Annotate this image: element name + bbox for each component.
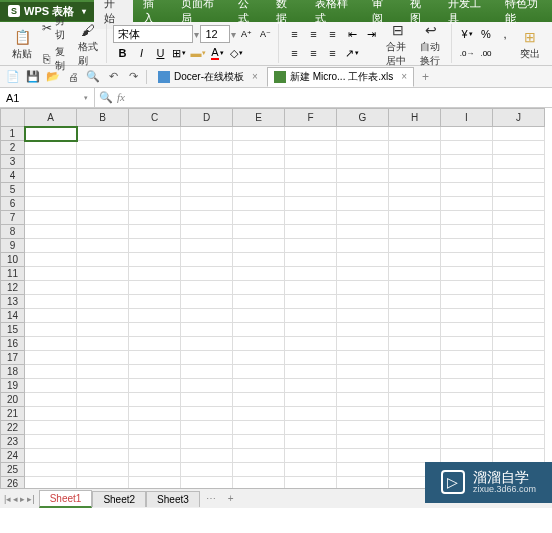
cell[interactable]	[25, 183, 77, 197]
cell[interactable]	[389, 225, 441, 239]
column-header[interactable]: I	[441, 109, 493, 127]
cell[interactable]	[129, 211, 181, 225]
cell[interactable]	[337, 239, 389, 253]
row-header[interactable]: 9	[1, 239, 25, 253]
cell[interactable]	[77, 169, 129, 183]
cell[interactable]	[389, 295, 441, 309]
cell[interactable]	[337, 225, 389, 239]
cell[interactable]	[25, 379, 77, 393]
row-header[interactable]: 24	[1, 449, 25, 463]
cell[interactable]	[233, 351, 285, 365]
cell[interactable]	[129, 239, 181, 253]
column-header[interactable]: D	[181, 109, 233, 127]
redo-icon[interactable]: ↷	[124, 68, 142, 86]
underline-button[interactable]: U	[151, 44, 169, 62]
cell[interactable]	[25, 449, 77, 463]
cell[interactable]	[285, 197, 337, 211]
cell[interactable]	[25, 309, 77, 323]
cell[interactable]	[337, 169, 389, 183]
row-header[interactable]: 14	[1, 309, 25, 323]
cell[interactable]	[233, 463, 285, 477]
save-icon[interactable]: 💾	[24, 68, 42, 86]
sheet-tab-1[interactable]: Sheet1	[39, 490, 93, 508]
cell[interactable]	[337, 309, 389, 323]
cell[interactable]	[129, 225, 181, 239]
cell[interactable]	[129, 253, 181, 267]
column-header[interactable]: H	[389, 109, 441, 127]
decrease-font-button[interactable]: A⁻	[256, 25, 274, 43]
close-icon[interactable]: ×	[252, 71, 258, 82]
cell[interactable]	[25, 239, 77, 253]
cell[interactable]	[233, 435, 285, 449]
cell[interactable]	[77, 449, 129, 463]
increase-font-button[interactable]: A⁺	[237, 25, 255, 43]
row-header[interactable]: 11	[1, 267, 25, 281]
cell[interactable]	[233, 239, 285, 253]
cell[interactable]	[441, 435, 493, 449]
cell[interactable]	[285, 379, 337, 393]
font-name-select[interactable]	[113, 25, 193, 43]
cell[interactable]	[389, 351, 441, 365]
cell[interactable]	[493, 281, 545, 295]
align-left-button[interactable]: ≡	[285, 44, 303, 62]
cell[interactable]	[389, 407, 441, 421]
cell[interactable]	[337, 183, 389, 197]
cell[interactable]	[129, 309, 181, 323]
row-header[interactable]: 23	[1, 435, 25, 449]
cell[interactable]	[441, 197, 493, 211]
row-header[interactable]: 22	[1, 421, 25, 435]
row-header[interactable]: 26	[1, 477, 25, 489]
row-header[interactable]: 10	[1, 253, 25, 267]
cell[interactable]	[441, 351, 493, 365]
cell[interactable]	[181, 309, 233, 323]
cell[interactable]	[181, 407, 233, 421]
cell[interactable]	[337, 141, 389, 155]
cell[interactable]	[493, 323, 545, 337]
cell[interactable]	[337, 449, 389, 463]
percent-button[interactable]: %	[477, 25, 495, 43]
column-header[interactable]: C	[129, 109, 181, 127]
align-center-button[interactable]: ≡	[304, 44, 322, 62]
cell[interactable]	[285, 309, 337, 323]
wrap-text-button[interactable]: ↩ 自动换行	[416, 18, 447, 70]
column-header[interactable]: E	[233, 109, 285, 127]
cell[interactable]	[285, 407, 337, 421]
cell[interactable]	[129, 183, 181, 197]
sheet-tab-2[interactable]: Sheet2	[92, 491, 146, 507]
cell[interactable]	[129, 169, 181, 183]
cell[interactable]	[441, 239, 493, 253]
cell[interactable]	[129, 365, 181, 379]
open-icon[interactable]: 📂	[44, 68, 62, 86]
new-icon[interactable]: 📄	[4, 68, 22, 86]
cell[interactable]	[233, 309, 285, 323]
cell[interactable]	[25, 463, 77, 477]
cell[interactable]	[129, 337, 181, 351]
cell[interactable]	[285, 323, 337, 337]
cell[interactable]	[441, 281, 493, 295]
column-header[interactable]: F	[285, 109, 337, 127]
cell[interactable]	[77, 225, 129, 239]
cell[interactable]	[493, 379, 545, 393]
cell[interactable]	[77, 141, 129, 155]
cell[interactable]	[493, 295, 545, 309]
cell[interactable]	[285, 337, 337, 351]
row-header[interactable]: 3	[1, 155, 25, 169]
cell[interactable]	[181, 211, 233, 225]
cut-button[interactable]: ✂ 剪切	[38, 13, 72, 43]
row-header[interactable]: 13	[1, 295, 25, 309]
cell[interactable]	[493, 393, 545, 407]
cell[interactable]	[181, 295, 233, 309]
cell[interactable]	[441, 407, 493, 421]
cell[interactable]	[441, 155, 493, 169]
undo-icon[interactable]: ↶	[104, 68, 122, 86]
cell[interactable]	[441, 309, 493, 323]
cell[interactable]	[285, 127, 337, 141]
cell[interactable]	[25, 169, 77, 183]
cell[interactable]	[441, 449, 493, 463]
cell[interactable]	[129, 127, 181, 141]
cell[interactable]	[25, 267, 77, 281]
cell[interactable]	[233, 365, 285, 379]
row-header[interactable]: 20	[1, 393, 25, 407]
cell[interactable]	[389, 365, 441, 379]
cell[interactable]	[181, 393, 233, 407]
